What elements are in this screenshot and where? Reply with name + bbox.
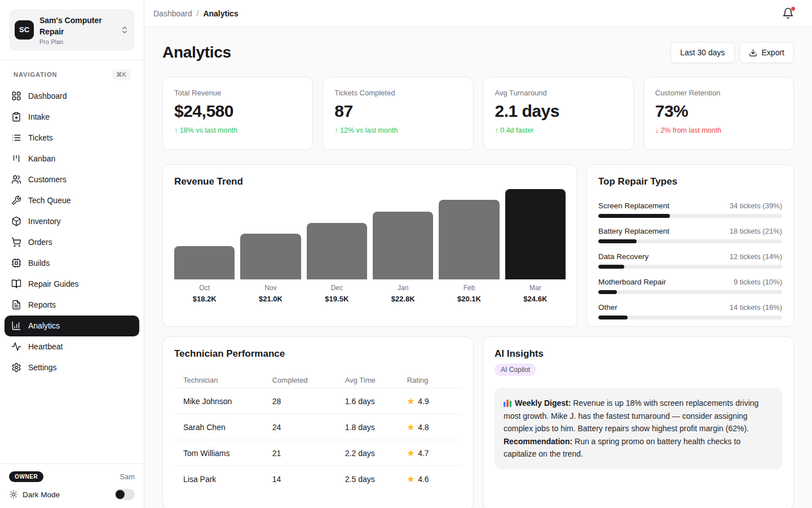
sidebar-item-reports[interactable]: Reports [5, 295, 139, 316]
kpi-label: Total Revenue [174, 89, 301, 97]
command-k-shortcut-badge[interactable]: ⌘K [112, 69, 130, 80]
revenue-trend-title: Revenue Trend [174, 176, 566, 187]
wrench-icon [11, 195, 21, 205]
repair-item: Data Recovery12 tickets (14%) [598, 252, 782, 269]
kpi-delta: ↑ 12% vs last month [334, 126, 461, 134]
table-row: Lisa Park 14 2.5 days ★4.6 [174, 466, 462, 492]
sidebar-nav: NAVIGATION ⌘K Dashboard Intake Tickets K… [0, 60, 144, 383]
bar-jan [373, 212, 433, 279]
sidebar-item-heartbeat[interactable]: Heartbeat [5, 336, 139, 357]
table-row: Tom Williams 21 2.2 days ★4.7 [174, 440, 462, 466]
technician-table: Technician Completed Avg Time Rating Mik… [174, 372, 462, 492]
technician-avg-time: 1.6 days [345, 397, 407, 406]
workspace-avatar: SC [15, 20, 34, 40]
top-repair-types-card: Top Repair Types Screen Replacement34 ti… [586, 164, 794, 327]
export-label: Export [762, 48, 784, 57]
kpi-value: $24,580 [174, 102, 301, 121]
bar-dec [307, 223, 367, 279]
table-row: Mike Johnson 28 1.6 days ★4.9 [174, 388, 462, 414]
star-icon: ★ [407, 448, 414, 458]
sidebar-item-label: Repair Guides [28, 279, 79, 288]
ai-insights-title: AI Insights [495, 348, 782, 360]
technician-performance-card: Technician Performance Technician Comple… [162, 336, 474, 508]
sidebar-item-label: Tickets [28, 133, 53, 142]
date-range-label: Last 30 days [680, 48, 725, 57]
owner-row: OWNER Sam [9, 471, 135, 482]
sidebar-item-orders[interactable]: Orders [5, 232, 139, 253]
repair-item: Screen Replacement34 tickets (39%) [598, 202, 782, 218]
title-row: Analytics Last 30 days Export [162, 42, 794, 63]
kpi-value: 2.1 days [495, 102, 622, 121]
technician-name: Lisa Park [183, 475, 272, 484]
progress-track [598, 239, 782, 243]
workspace-switcher[interactable]: SC Sam's Computer Repair Pro Plan [9, 9, 135, 51]
repair-item: Battery Replacement18 tickets (21%) [598, 227, 782, 243]
sidebar-item-repair-guides[interactable]: Repair Guides [5, 274, 139, 295]
technician-completed: 21 [272, 449, 345, 458]
sidebar-item-label: Intake [28, 112, 50, 121]
col-completed: Completed [272, 376, 345, 384]
sidebar-item-tickets[interactable]: Tickets [5, 128, 139, 148]
repair-count: 9 tickets (10%) [734, 278, 782, 286]
kpi-card-customer-retention: Customer Retention 73% ↓ 2% from last mo… [643, 77, 794, 150]
sidebar-item-label: Inventory [28, 217, 61, 226]
technician-rating: 4.8 [418, 423, 429, 432]
dark-mode-label: Dark Mode [23, 491, 110, 499]
sidebar-item-label: Tech Queue [28, 196, 71, 205]
chart-label-col: Dec$19.5K [307, 284, 367, 303]
sidebar-item-builds[interactable]: Builds [5, 253, 139, 274]
shopping-cart-icon [11, 237, 21, 247]
workspace-meta: Sam's Computer Repair Pro Plan [39, 15, 114, 45]
chart-label-col: Feb$20.1K [439, 284, 499, 303]
technician-avg-time: 1.8 days [345, 423, 407, 432]
sidebar-item-kanban[interactable]: Kanban [5, 148, 139, 169]
topbar: Dashboard / Analytics [144, 0, 812, 27]
sidebar-item-customers[interactable]: Customers [5, 169, 139, 190]
value-label: $18.2K [174, 295, 235, 303]
file-text-icon [11, 300, 21, 310]
kpi-label: Tickets Completed [334, 89, 461, 97]
dark-mode-row: Dark Mode [9, 489, 135, 500]
bar-chart-icon [11, 321, 21, 331]
progress-track [598, 290, 782, 294]
kpi-delta: ↑ 0.4d faster [495, 126, 622, 134]
dashboard-grid-icon [11, 91, 21, 101]
cpu-icon [11, 258, 21, 268]
sidebar-item-tech-queue[interactable]: Tech Queue [5, 190, 139, 211]
bell-icon[interactable] [782, 7, 794, 19]
repair-count: 14 tickets (16%) [730, 303, 782, 312]
owner-badge: OWNER [9, 471, 43, 482]
col-technician: Technician [183, 376, 272, 384]
dark-mode-toggle[interactable] [114, 489, 135, 500]
sidebar-item-inventory[interactable]: Inventory [5, 211, 139, 232]
sidebar-item-settings[interactable]: Settings [5, 357, 139, 378]
sidebar-item-analytics[interactable]: Analytics [5, 316, 139, 336]
sidebar-item-intake[interactable]: Intake [5, 107, 139, 128]
repair-list: Screen Replacement34 tickets (39%) Batte… [598, 202, 782, 319]
revenue-trend-card: Revenue Trend Oct$18.2K Nov$21.0K Dec$19… [162, 164, 577, 327]
technician-performance-title: Technician Performance [174, 348, 462, 360]
sidebar-item-label: Reports [28, 300, 56, 309]
kpi-grid: Total Revenue $24,580 ↑ 18% vs last mont… [162, 77, 794, 150]
kpi-card-tickets-completed: Tickets Completed 87 ↑ 12% vs last month [323, 77, 473, 150]
month-label: Mar [505, 284, 566, 292]
repair-name: Motherboard Repair [598, 278, 666, 286]
sidebar-item-label: Settings [28, 363, 57, 372]
kpi-value: 73% [655, 102, 782, 121]
technician-rating: 4.7 [418, 449, 429, 458]
top-repair-types-title: Top Repair Types [598, 176, 782, 187]
breadcrumb-dashboard[interactable]: Dashboard [153, 9, 192, 18]
title-actions: Last 30 days Export [670, 42, 794, 63]
progress-track [598, 316, 782, 319]
technician-avg-time: 2.2 days [345, 449, 407, 458]
export-button[interactable]: Export [739, 42, 794, 63]
technician-completed: 28 [272, 397, 345, 406]
sidebar-footer: OWNER Sam Dark Mode [0, 463, 144, 508]
gear-icon [11, 362, 21, 373]
chevrons-up-down-icon [120, 25, 129, 34]
owner-name: Sam [120, 472, 135, 481]
sidebar-item-dashboard[interactable]: Dashboard [5, 86, 139, 107]
sidebar-item-label: Builds [28, 259, 50, 268]
nav-heading-label: NAVIGATION [14, 71, 57, 78]
date-range-button[interactable]: Last 30 days [670, 42, 734, 63]
